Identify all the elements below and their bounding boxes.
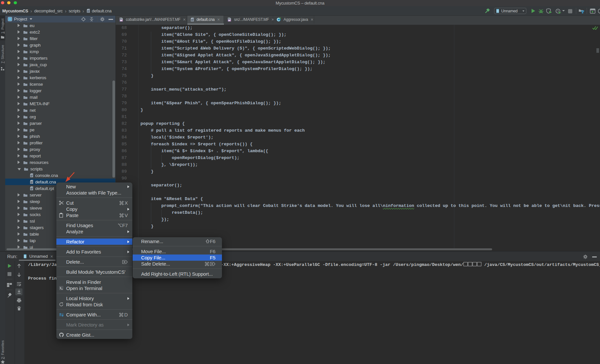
svg-text:MF: MF xyxy=(228,20,231,22)
svg-text:MF: MF xyxy=(120,20,123,22)
